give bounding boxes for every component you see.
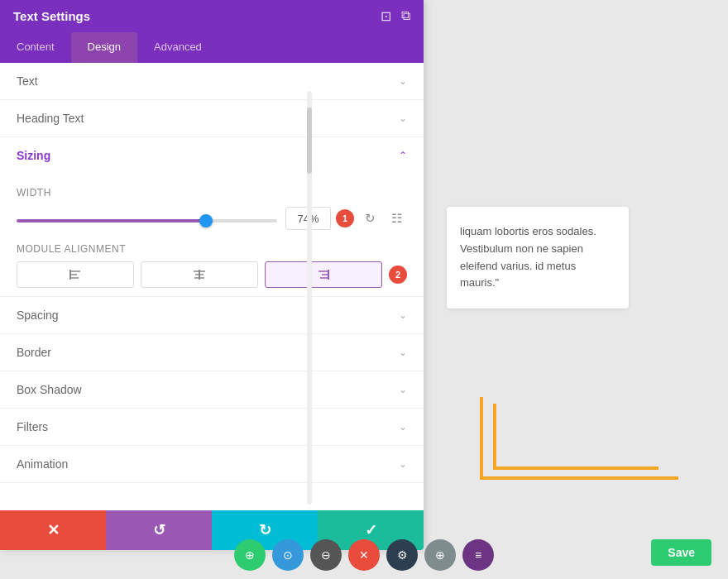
width-row: 1 ↻ ☷ — [17, 207, 407, 230]
width-value-box: 1 ↻ ☷ — [285, 207, 407, 230]
toolbar-add-btn[interactable]: ⊕ — [234, 539, 266, 571]
toolbar-remove-btn[interactable]: ⊖ — [310, 539, 342, 571]
section-sizing[interactable]: Sizing ⌃ — [0, 137, 424, 174]
l-shape-inner — [493, 404, 659, 470]
layout-icon[interactable]: ⧉ — [401, 8, 410, 24]
toolbar-row: ⊕ ⊙ ⊖ ✕ ⚙ ⊕ ≡ — [0, 539, 728, 571]
width-slider[interactable] — [17, 219, 277, 223]
toolbar-close-btn[interactable]: ✕ — [348, 539, 380, 571]
align-right-btn[interactable] — [265, 261, 382, 288]
width-slider-container — [17, 211, 277, 226]
panel-header-icons: ⊡ ⧉ — [381, 8, 410, 24]
section-animation[interactable]: Animation ⌄ — [0, 446, 424, 483]
width-label: Width — [17, 187, 407, 199]
align-center-btn[interactable] — [141, 261, 258, 288]
badge-1: 1 — [336, 209, 354, 227]
chevron-sizing: ⌃ — [399, 150, 407, 161]
save-button[interactable]: Save — [651, 539, 711, 566]
scroll-track[interactable] — [307, 91, 312, 505]
redo-icon: ↻ — [259, 521, 271, 539]
settings-panel: Text Settings ⊡ ⧉ Content Design Advance… — [0, 0, 424, 550]
sizing-content: Width 1 ↻ ☷ Module Alignment — [0, 174, 424, 297]
section-filters-label: Filters — [17, 420, 48, 433]
fullscreen-icon[interactable]: ⊡ — [381, 8, 391, 24]
reset-width-btn[interactable]: ↻ — [359, 208, 381, 229]
badge-2: 2 — [389, 266, 407, 284]
section-animation-label: Animation — [17, 457, 68, 471]
section-heading-text[interactable]: Heading Text ⌄ — [0, 100, 424, 137]
toolbar-menu-btn[interactable]: ≡ — [462, 539, 494, 571]
toolbar-plus-btn[interactable]: ⊕ — [424, 539, 456, 571]
tab-design[interactable]: Design — [71, 32, 137, 63]
desktop-icon[interactable]: ☷ — [386, 208, 407, 229]
cancel-icon: ✕ — [47, 521, 60, 539]
panel-title: Text Settings — [13, 9, 90, 23]
alignment-label: Module Alignment — [17, 243, 407, 255]
section-border-label: Border — [17, 346, 51, 359]
canvas-shapes — [480, 397, 678, 480]
chevron-animation: ⌄ — [399, 458, 407, 470]
section-box-shadow[interactable]: Box Shadow ⌄ — [0, 371, 424, 409]
section-sizing-label: Sizing — [17, 149, 50, 162]
section-text-label: Text — [17, 74, 38, 88]
toolbar-target-btn[interactable]: ⊙ — [272, 539, 304, 571]
section-border[interactable]: Border ⌄ — [0, 334, 424, 371]
tab-content[interactable]: Content — [0, 32, 71, 63]
canvas-card: liquam lobortis eros sodales. Vestibulum… — [447, 207, 629, 309]
align-left-btn[interactable] — [17, 261, 134, 288]
chevron-spacing: ⌄ — [399, 309, 407, 321]
section-spacing-label: Spacing — [17, 309, 59, 322]
section-box-shadow-label: Box Shadow — [17, 383, 82, 396]
panel-content: Text ⌄ Heading Text ⌄ Sizing ⌃ Width 1 — [0, 63, 424, 510]
scroll-thumb[interactable] — [307, 108, 312, 174]
tabs-bar: Content Design Advanced — [0, 32, 424, 63]
l-shape-outer — [480, 397, 678, 480]
section-heading-label: Heading Text — [17, 112, 84, 125]
chevron-filters: ⌄ — [399, 421, 407, 433]
section-spacing[interactable]: Spacing ⌄ — [0, 297, 424, 334]
chevron-box-shadow: ⌄ — [399, 384, 407, 395]
canvas-text: liquam lobortis eros sodales. Vestibulum… — [460, 225, 596, 289]
section-filters[interactable]: Filters ⌄ — [0, 409, 424, 446]
chevron-border: ⌄ — [399, 347, 407, 358]
section-text[interactable]: Text ⌄ — [0, 63, 424, 100]
undo-icon: ↺ — [153, 521, 165, 539]
toolbar-settings-btn[interactable]: ⚙ — [386, 539, 418, 571]
chevron-heading: ⌄ — [399, 112, 407, 124]
alignment-row: 2 — [17, 261, 407, 288]
confirm-icon: ✓ — [365, 521, 377, 539]
panel-header: Text Settings ⊡ ⧉ — [0, 0, 424, 32]
chevron-text: ⌄ — [399, 75, 407, 87]
tab-advanced[interactable]: Advanced — [137, 32, 218, 63]
